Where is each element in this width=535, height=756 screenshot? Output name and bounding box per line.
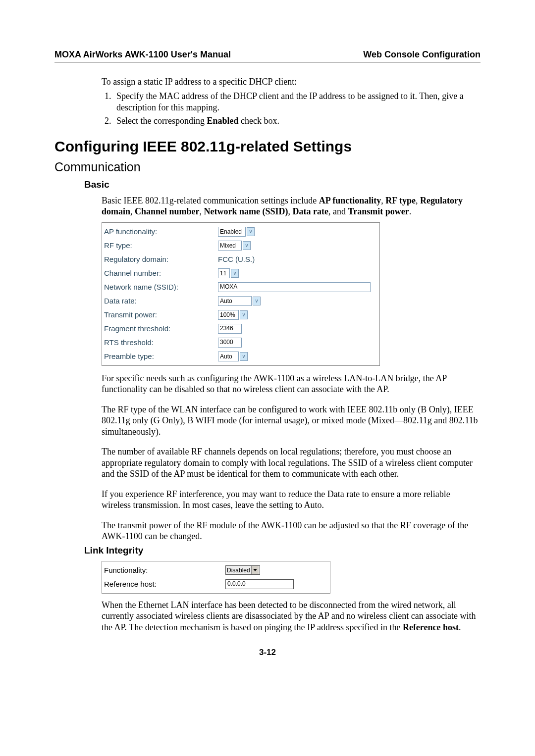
rf-type-label: RF type: <box>104 241 218 250</box>
page-number: 3-12 <box>54 648 481 657</box>
heading-link-integrity: Link Integrity <box>84 545 481 556</box>
tx-power-label: Transmit power: <box>104 310 218 319</box>
link-integrity-form: Functionality: Disabled Reference host: … <box>102 561 330 594</box>
tx-power-select[interactable]: 100% <box>218 310 239 320</box>
para-3: The number of available RF channels depe… <box>102 446 481 480</box>
page-header: MOXA AirWorks AWK-1100 User's Manual Web… <box>54 50 481 62</box>
heading-communication: Communication <box>54 160 481 174</box>
ap-func-select[interactable]: Enabled <box>218 227 246 237</box>
li-func-select[interactable]: Disabled <box>225 565 260 575</box>
frag-label: Fragment threshold: <box>104 324 218 333</box>
channel-select[interactable]: 11 <box>218 268 230 278</box>
channel-label: Channel number: <box>104 269 218 277</box>
intro-step-2: Select the corresponding Enabled check b… <box>113 115 481 127</box>
para-5: The transmit power of the RF module of t… <box>102 520 481 542</box>
intro-steps: Specify the MAC address of the DHCP clie… <box>102 91 481 127</box>
chevron-down-icon[interactable]: v <box>243 241 251 250</box>
data-rate-select[interactable]: Auto <box>218 296 252 306</box>
preamble-label: Preamble type: <box>104 352 218 360</box>
para-6: When the Ethernet LAN interface has been… <box>102 600 481 633</box>
rts-label: RTS threshold: <box>104 338 218 347</box>
basic-settings-form: AP functionality: Enabledv RF type: Mixe… <box>102 222 380 366</box>
rf-type-select[interactable]: Mixed <box>218 241 242 251</box>
intro-step-1: Specify the MAC address of the DHCP clie… <box>113 91 481 114</box>
reg-domain-value: FCC (U.S.) <box>218 255 255 263</box>
data-rate-label: Data rate: <box>104 297 218 305</box>
basic-intro: Basic IEEE 802.11g-related communication… <box>102 195 481 217</box>
header-right: Web Console Configuration <box>363 50 481 60</box>
chevron-down-icon[interactable]: v <box>240 352 248 361</box>
para-1: For specific needs such as configuring t… <box>102 373 481 395</box>
li-refhost-label: Reference host: <box>104 580 225 588</box>
chevron-down-icon[interactable]: v <box>253 297 261 305</box>
reg-domain-label: Regulatory domain: <box>104 255 218 263</box>
intro-lead: To assign a static IP address to a speci… <box>102 76 481 88</box>
ssid-input[interactable]: MOXA <box>218 282 371 292</box>
heading-configuring: Configuring IEEE 802.11g-related Setting… <box>54 138 481 155</box>
preamble-select[interactable]: Auto <box>218 352 239 361</box>
ssid-label: Network name (SSID): <box>104 283 218 291</box>
header-left: MOXA AirWorks AWK-1100 User's Manual <box>54 50 231 60</box>
para-4: If you experience RF interference, you m… <box>102 489 481 511</box>
chevron-down-icon[interactable]: v <box>240 310 248 319</box>
chevron-down-icon[interactable]: v <box>247 227 255 236</box>
chevron-down-icon[interactable] <box>251 566 259 574</box>
para-2: The RF type of the WLAN interface can be… <box>102 404 481 438</box>
rts-input[interactable]: 3000 <box>218 338 242 348</box>
heading-basic: Basic <box>84 179 481 190</box>
li-func-label: Functionality: <box>104 566 225 574</box>
frag-input[interactable]: 2346 <box>218 324 242 334</box>
chevron-down-icon[interactable]: v <box>231 269 239 278</box>
ap-func-label: AP functionality: <box>104 227 218 236</box>
li-refhost-input[interactable]: 0.0.0.0 <box>225 579 294 589</box>
